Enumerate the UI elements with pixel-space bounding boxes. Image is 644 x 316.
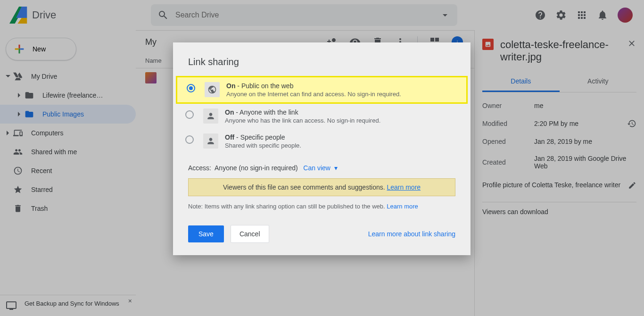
modal-title: Link sharing: [173, 57, 471, 76]
globe-icon: [205, 82, 220, 97]
radio-anyone-link[interactable]: On - Anyone with the link Anyone who has…: [173, 104, 471, 129]
access-permission-dropdown[interactable]: Can view ▾: [303, 164, 337, 172]
radio-public-web[interactable]: On - Public on the web Anyone on the Int…: [176, 76, 468, 104]
link-person-icon: [203, 108, 218, 124]
link-sharing-modal: Link sharing On - Public on the web Anyo…: [173, 42, 471, 255]
access-row: Access: Anyone (no sign-in required) Can…: [173, 154, 471, 176]
warning-box: Viewers of this file can see comments an…: [188, 178, 455, 196]
learn-more-link[interactable]: Learn more: [387, 203, 418, 210]
radio-button[interactable]: [187, 84, 195, 92]
learn-more-link-sharing[interactable]: Learn more about link sharing: [368, 230, 455, 238]
learn-more-link[interactable]: Learn more: [387, 183, 421, 191]
note-row: Note: Items with any link sharing option…: [173, 198, 471, 215]
person-icon: [203, 133, 218, 149]
radio-button[interactable]: [185, 110, 194, 119]
radio-button[interactable]: [185, 135, 194, 144]
radio-specific-people[interactable]: Off - Specific people Shared with specif…: [173, 129, 471, 154]
save-button[interactable]: Save: [188, 225, 224, 242]
cancel-button[interactable]: Cancel: [231, 225, 269, 243]
